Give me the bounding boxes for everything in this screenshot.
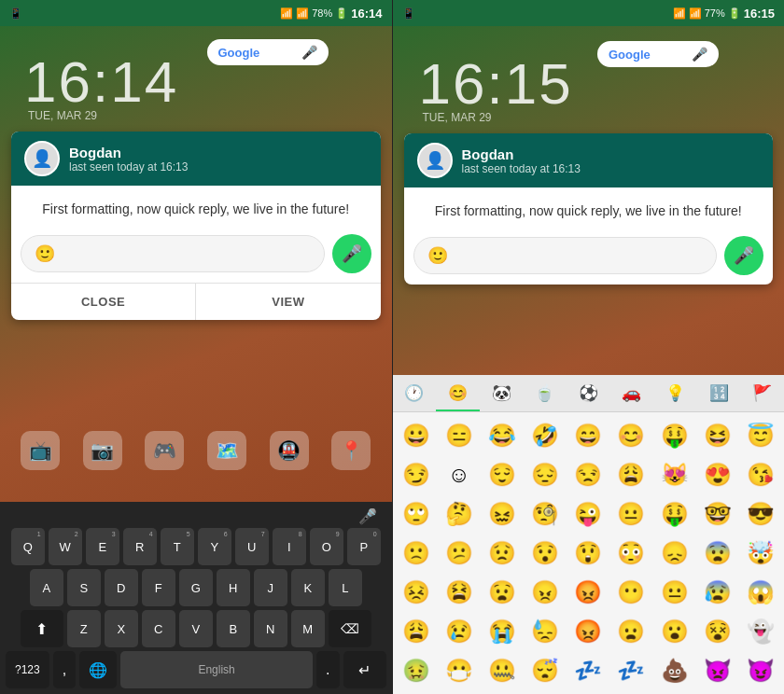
emoji-smile[interactable]: 😊: [609, 416, 652, 455]
emoji-no-mouth[interactable]: 😶: [609, 573, 652, 612]
dock-icon-2[interactable]: 📷: [83, 431, 122, 470]
emoji-joy[interactable]: 😂: [481, 416, 524, 455]
emoji-disappointed[interactable]: 😞: [653, 534, 696, 573]
kb-key-s[interactable]: S: [67, 569, 101, 606]
kb-key-o[interactable]: O9: [310, 528, 343, 565]
emoji-tab-smileys[interactable]: 😊: [436, 375, 480, 411]
emoji-rofl[interactable]: 🤣: [524, 416, 567, 455]
kb-key-r[interactable]: R4: [123, 528, 157, 565]
kb-key-w[interactable]: W2: [49, 528, 82, 565]
emoji-rolling-eyes[interactable]: 🙄: [395, 494, 438, 534]
emoji-mask[interactable]: 😐: [653, 573, 696, 612]
emoji-persevere[interactable]: 😣: [395, 573, 438, 612]
emoji-heart-eyes[interactable]: 😍: [696, 455, 739, 494]
kb-key-b[interactable]: B: [217, 610, 250, 647]
emoji-tired[interactable]: 😫: [438, 573, 481, 612]
emoji-scream[interactable]: 😱: [739, 573, 782, 612]
kb-key-z[interactable]: Z: [67, 610, 101, 647]
google-search-bar-right[interactable]: Google 🎤: [597, 41, 719, 67]
emoji-zzz1[interactable]: 💤: [567, 651, 609, 690]
kb-key-a[interactable]: A: [30, 569, 63, 606]
emoji-angry[interactable]: 😠: [524, 573, 567, 612]
kb-key-l[interactable]: L: [329, 569, 362, 606]
reply-input-left[interactable]: 🙂: [21, 235, 325, 272]
kb-key-u[interactable]: U7: [235, 528, 269, 565]
emoji-tab-food[interactable]: 🍵: [523, 375, 567, 411]
emoji-tab-recent[interactable]: 🕐: [393, 375, 437, 411]
emoji-zipper-mouth[interactable]: 🤐: [481, 651, 524, 690]
emoji-devil[interactable]: 👿: [696, 651, 739, 690]
emoji-ghost[interactable]: 👻: [739, 612, 782, 651]
reply-mic-button-right[interactable]: 🎤: [724, 236, 763, 275]
emoji-open-mouth[interactable]: 😮: [653, 612, 696, 651]
reply-mic-button-left[interactable]: 🎤: [332, 234, 371, 273]
dock-icon-5[interactable]: 🚇: [270, 431, 309, 470]
emoji-sweat[interactable]: 😓: [524, 612, 567, 651]
emoji-flushed[interactable]: 😳: [609, 534, 652, 573]
emoji-confused[interactable]: 😕: [438, 534, 481, 573]
emoji-rage[interactable]: 😡: [567, 573, 609, 612]
emoji-slightly-frowning[interactable]: 🙁: [395, 534, 438, 573]
emoji-pensive[interactable]: 😔: [524, 455, 567, 494]
emoji-grinning[interactable]: 😀: [395, 416, 438, 455]
kb-key-x[interactable]: X: [105, 610, 138, 647]
kb-key-m[interactable]: M: [291, 610, 325, 647]
emoji-sunglasses[interactable]: 😎: [739, 494, 782, 534]
emoji-sleepy[interactable]: 😩: [609, 455, 652, 494]
dock-icon-6[interactable]: 📍: [331, 431, 371, 470]
kb-shift-key[interactable]: ⬆: [21, 610, 63, 647]
kb-space-key[interactable]: English: [120, 651, 313, 688]
emoji-kissing-heart[interactable]: 😘: [739, 455, 782, 494]
kb-key-h[interactable]: H: [217, 569, 250, 606]
emoji-nerd[interactable]: 🤓: [696, 494, 739, 534]
kb-key-e[interactable]: E3: [86, 528, 119, 565]
kb-key-k[interactable]: K: [291, 569, 325, 606]
emoji-zzz2[interactable]: 💤: [609, 651, 652, 690]
kb-key-t[interactable]: T5: [161, 528, 194, 565]
emoji-smiling-devil[interactable]: 😈: [739, 651, 782, 690]
dock-icon-3[interactable]: 🎮: [145, 431, 184, 470]
emoji-innocent[interactable]: 😇: [739, 416, 782, 455]
emoji-relieved[interactable]: 😌: [481, 455, 524, 494]
emoji-worried[interactable]: 😟: [481, 534, 524, 573]
emoji-neutral[interactable]: 😐: [609, 494, 652, 534]
emoji-sick[interactable]: 😷: [438, 651, 481, 690]
emoji-sleeping[interactable]: 😴: [524, 651, 567, 690]
view-button[interactable]: VIEW: [196, 284, 380, 320]
emoji-sob[interactable]: 😭: [481, 612, 524, 651]
kb-key-n[interactable]: N: [254, 610, 287, 647]
emoji-thinking[interactable]: 🤔: [438, 494, 481, 534]
emoji-dizzy[interactable]: 😵: [696, 612, 739, 651]
kb-key-q[interactable]: Q1: [11, 528, 45, 565]
kb-key-g[interactable]: G: [179, 569, 213, 606]
emoji-exploding-head[interactable]: 🤯: [739, 534, 782, 573]
kb-delete-key[interactable]: ⌫: [329, 610, 371, 647]
emoji-smirk[interactable]: 😏: [395, 455, 438, 494]
emoji-nauseated[interactable]: 🤢: [395, 651, 438, 690]
close-button[interactable]: CLOSE: [11, 284, 196, 320]
emoji-cry[interactable]: 😢: [438, 612, 481, 651]
kb-period-key[interactable]: .: [316, 651, 339, 688]
emoji-monocle[interactable]: 🧐: [524, 494, 567, 534]
emoji-grin[interactable]: 😄: [567, 416, 609, 455]
emoji-frowning2[interactable]: 😦: [609, 612, 652, 651]
dock-icon-4[interactable]: 🗺️: [207, 431, 246, 470]
emoji-anguished[interactable]: 😧: [481, 573, 524, 612]
emoji-hushed[interactable]: 😯: [524, 534, 567, 573]
emoji-moneymouth[interactable]: 🤑: [653, 416, 696, 455]
emoji-weary[interactable]: 😩: [395, 612, 438, 651]
kb-globe-key[interactable]: 🌐: [79, 651, 117, 688]
emoji-astonished[interactable]: 😲: [567, 534, 609, 573]
emoji-pout[interactable]: 😡: [567, 612, 609, 651]
emoji-confounded[interactable]: 😖: [481, 494, 524, 534]
kb-key-f[interactable]: F: [142, 569, 175, 606]
emoji-satisfied[interactable]: 😆: [696, 416, 739, 455]
emoji-expressionless[interactable]: 😑: [438, 416, 481, 455]
reply-input-right[interactable]: 🙂: [413, 237, 718, 274]
emoji-money-face[interactable]: 🤑: [653, 494, 696, 534]
kb-enter-key[interactable]: ↵: [343, 651, 386, 688]
kb-comma-key[interactable]: ,: [53, 651, 76, 688]
emoji-unamused[interactable]: 😒: [567, 455, 609, 494]
kb-key-y[interactable]: Y6: [198, 528, 231, 565]
emoji-tab-flags[interactable]: 🚩: [740, 375, 784, 411]
